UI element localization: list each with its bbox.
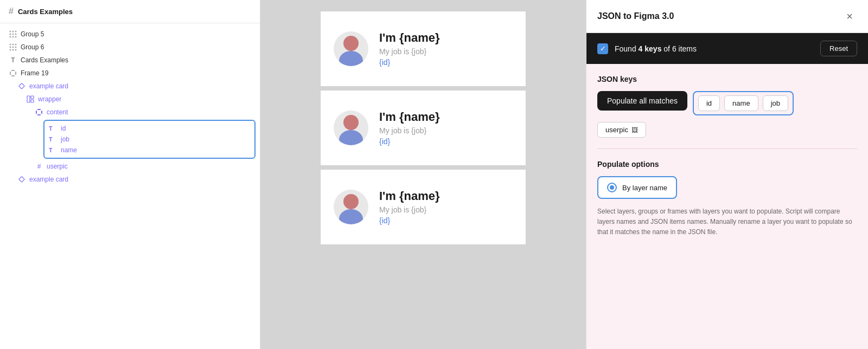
card-content-2: I'm {name} My job is {job} {id} bbox=[379, 110, 440, 146]
card-name-3: I'm {name} bbox=[379, 189, 440, 203]
dotted-grid-icon bbox=[9, 30, 17, 38]
by-layer-name-option[interactable]: By layer name bbox=[597, 176, 677, 199]
svg-point-5 bbox=[15, 34, 17, 35]
layer-label-content: content bbox=[47, 108, 68, 116]
hash-icon: # bbox=[9, 7, 14, 16]
text-icon-job: T bbox=[49, 136, 58, 143]
card-job-2: My job is {job} bbox=[379, 126, 440, 135]
svg-point-8 bbox=[15, 36, 17, 38]
populate-all-matches-button[interactable]: Populate all matches bbox=[597, 91, 687, 111]
svg-point-2 bbox=[15, 31, 17, 33]
svg-rect-30 bbox=[19, 177, 25, 183]
card-1: I'm {name} My job is {job} {id} bbox=[320, 11, 526, 87]
layer-item-content[interactable]: content bbox=[0, 106, 260, 119]
svg-point-3 bbox=[10, 34, 11, 35]
layer-label-wrapper: wrapper bbox=[38, 95, 61, 103]
layer-label-userpic: userpic bbox=[47, 163, 68, 170]
card-2: I'm {name} My job is {job} {id} bbox=[320, 90, 526, 166]
option-description: Select layers, groups or frames with lay… bbox=[597, 206, 857, 238]
layer-item-frame19[interactable]: Frame 19 bbox=[0, 67, 260, 80]
avatar-1 bbox=[334, 31, 368, 66]
diamond-icon-1 bbox=[17, 82, 26, 91]
canvas-area: I'm {name} My job is {job} {id} I'm {nam… bbox=[260, 0, 586, 349]
layer-item-example-card-1[interactable]: example card bbox=[0, 80, 260, 93]
svg-point-35 bbox=[343, 194, 359, 209]
radio-circle bbox=[607, 183, 617, 192]
layer-item-userpic[interactable]: # userpic bbox=[0, 160, 260, 173]
radio-dot bbox=[610, 185, 614, 190]
reset-button[interactable]: Reset bbox=[820, 41, 857, 56]
diamond-icon-2 bbox=[17, 175, 26, 184]
found-bar: ✓ Found 4 keys of 6 items Reset bbox=[586, 33, 868, 64]
keys-group: id name job bbox=[693, 91, 794, 115]
found-bar-left: ✓ Found 4 keys of 6 items bbox=[597, 43, 697, 54]
layer-item-name[interactable]: T name bbox=[49, 145, 250, 156]
layer-label-name: name bbox=[61, 146, 77, 154]
card-id-2: {id} bbox=[379, 137, 440, 146]
svg-point-13 bbox=[12, 47, 14, 48]
card-3: I'm {name} My job is {job} {id} bbox=[320, 169, 526, 245]
svg-point-7 bbox=[12, 36, 14, 38]
layer-item-wrapper[interactable]: wrapper bbox=[0, 93, 260, 106]
card-id-1: {id} bbox=[379, 58, 440, 67]
selected-layers-group: T id T job T name bbox=[43, 120, 256, 159]
svg-point-33 bbox=[343, 115, 359, 130]
card-job-1: My job is {job} bbox=[379, 47, 440, 56]
svg-rect-27 bbox=[41, 111, 42, 114]
card-job-3: My job is {job} bbox=[379, 205, 440, 214]
layer-item-group6[interactable]: Group 6 bbox=[0, 41, 260, 54]
layer-label-example-card-2: example card bbox=[29, 176, 68, 183]
layers-panel: # Cards Examples Group 5 Group 6 T Cards… bbox=[0, 0, 260, 349]
layer-item-id[interactable]: T id bbox=[49, 123, 250, 134]
key-tag-userpic[interactable]: userpic 🖼 bbox=[597, 122, 646, 138]
key-tag-id[interactable]: id bbox=[698, 95, 720, 111]
right-panel: JSON to Figma 3.0 × ✓ Found 4 keys of 6 … bbox=[586, 0, 868, 349]
image-icon: 🖼 bbox=[631, 126, 638, 134]
svg-point-34 bbox=[339, 130, 363, 145]
card-id-3: {id} bbox=[379, 216, 440, 225]
text-icon: T bbox=[9, 56, 17, 64]
svg-rect-29 bbox=[37, 114, 41, 115]
hash-icon-userpic: # bbox=[35, 162, 43, 171]
layer-label-id: id bbox=[61, 125, 66, 132]
svg-rect-18 bbox=[10, 72, 11, 75]
svg-point-16 bbox=[12, 49, 14, 51]
layer-item-example-card-2[interactable]: example card bbox=[0, 173, 260, 186]
svg-rect-24 bbox=[31, 96, 34, 99]
by-layer-name-label: By layer name bbox=[622, 184, 667, 192]
svg-rect-22 bbox=[19, 83, 25, 89]
layer-label-frame19: Frame 19 bbox=[21, 69, 48, 77]
svg-point-0 bbox=[10, 31, 11, 33]
layers-list: Group 5 Group 6 T Cards Examples Frame 1… bbox=[0, 23, 260, 349]
card-name-1: I'm {name} bbox=[379, 31, 440, 45]
text-icon-id: T bbox=[49, 125, 58, 132]
layer-label-example-card-1: example card bbox=[29, 82, 68, 90]
close-button[interactable]: × bbox=[842, 9, 857, 24]
key-tag-job[interactable]: job bbox=[763, 95, 788, 111]
layer-item-cards-examples[interactable]: T Cards Examples bbox=[0, 54, 260, 67]
card-content-1: I'm {name} My job is {job} {id} bbox=[379, 31, 440, 67]
panel-body: JSON keys Populate all matches id name j… bbox=[586, 64, 868, 349]
panel-title: JSON to Figma 3.0 bbox=[597, 11, 674, 21]
keys-count: 4 keys bbox=[639, 44, 662, 53]
layout-icon bbox=[26, 95, 35, 104]
svg-point-4 bbox=[12, 34, 14, 35]
json-keys-title: JSON keys bbox=[597, 75, 857, 83]
layer-item-group5[interactable]: Group 5 bbox=[0, 28, 260, 41]
divider bbox=[597, 148, 857, 149]
json-keys-row: Populate all matches id name job bbox=[597, 91, 857, 115]
checkmark-icon: ✓ bbox=[597, 43, 608, 54]
svg-point-10 bbox=[12, 44, 14, 46]
svg-point-6 bbox=[10, 36, 11, 38]
svg-rect-20 bbox=[11, 70, 15, 71]
svg-point-15 bbox=[10, 49, 11, 51]
layer-label-cards-examples: Cards Examples bbox=[21, 56, 68, 64]
svg-rect-25 bbox=[31, 100, 34, 102]
avatar-svg-3 bbox=[334, 190, 368, 224]
panel-header: JSON to Figma 3.0 × bbox=[586, 0, 868, 33]
key-tag-name[interactable]: name bbox=[724, 95, 758, 111]
svg-rect-28 bbox=[37, 109, 41, 110]
layer-item-job[interactable]: T job bbox=[49, 134, 250, 145]
avatar-svg-1 bbox=[334, 31, 368, 66]
svg-rect-26 bbox=[36, 111, 37, 114]
